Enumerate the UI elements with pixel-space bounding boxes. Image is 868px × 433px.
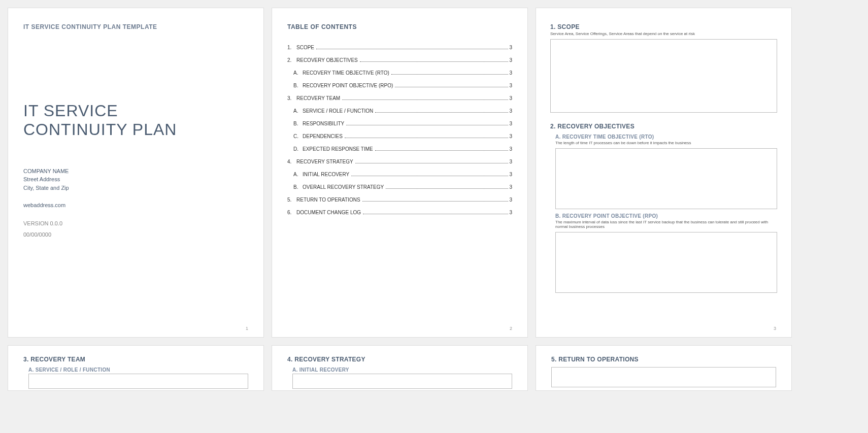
toc-label: RECOVERY TEAM	[296, 95, 341, 101]
toc-number: 6.	[287, 210, 296, 215]
toc-number: A.	[293, 108, 303, 114]
toc-dots	[360, 61, 509, 62]
company-name: COMPANY NAME	[23, 167, 248, 176]
service-role-function-subheading: A. SERVICE / ROLE / FUNCTION	[23, 367, 248, 373]
toc-label: INITIAL RECOVERY	[303, 172, 350, 177]
toc-label: RECOVERY OBJECTIVES	[296, 57, 359, 63]
toc-row: D.EXPECTED RESPONSE TIME3	[287, 146, 512, 152]
city-state-zip: City, State and Zip	[23, 184, 248, 192]
scope-input-box[interactable]	[550, 39, 777, 113]
toc-label: DOCUMENT CHANGE LOG	[296, 210, 362, 215]
toc-page: 3	[509, 197, 512, 203]
toc-number: 1.	[287, 45, 296, 50]
title-line-2: CONTINUITY PLAN	[23, 120, 177, 139]
toc-dots	[362, 201, 509, 202]
toc-row: 5.RETURN TO OPERATIONS3	[287, 197, 512, 203]
toc-page: 3	[509, 159, 512, 164]
toc-row: 3.RECOVERY TEAM3	[287, 95, 512, 101]
toc-dots	[342, 99, 508, 100]
toc-row: 1.SCOPE3	[287, 45, 512, 50]
page-number: 2	[510, 326, 512, 331]
toc-number: A.	[293, 70, 303, 76]
section-return-to-operations-heading: 5. RETURN TO OPERATIONS	[551, 356, 776, 363]
page-1-cover: IT SERVICE CONTINUITY PLAN TEMPLATE IT S…	[8, 8, 264, 338]
toc-number: B.	[293, 184, 303, 190]
toc-label: RETURN TO OPERATIONS	[296, 197, 361, 203]
toc-number: 2.	[287, 57, 296, 63]
toc-number: 4.	[287, 159, 296, 164]
toc-label: SCOPE	[296, 45, 315, 50]
page-5-recovery-strategy: 4. RECOVERY STRATEGY A. INITIAL RECOVERY	[272, 345, 528, 391]
toc-page: 3	[509, 57, 512, 63]
return-to-operations-input-box[interactable]	[551, 367, 776, 387]
toc-page: 3	[509, 210, 512, 215]
toc-dots	[316, 49, 508, 49]
toc-number: C.	[293, 134, 303, 139]
version: VERSION 0.0.0	[23, 220, 248, 226]
web-address: webaddress.com	[23, 202, 248, 208]
page-number: 1	[246, 326, 248, 331]
pages-container: IT SERVICE CONTINUITY PLAN TEMPLATE IT S…	[8, 8, 860, 391]
section-scope-heading: 1. SCOPE	[550, 23, 777, 30]
toc-row: 4.RECOVERY STRATEGY3	[287, 159, 512, 164]
toc-label: RECOVERY POINT OBJECTIVE (RPO)	[303, 83, 394, 88]
toc-label: OVERALL RECOVERY STRATEGY	[303, 184, 385, 190]
recovery-strategy-input-box[interactable]	[292, 374, 512, 389]
toc-label: SERVICE / ROLE / FUNCTION	[303, 108, 374, 114]
toc-page: 3	[509, 108, 512, 114]
toc-dots	[363, 214, 508, 214]
company-block: COMPANY NAME Street Address City, State …	[23, 167, 248, 192]
rpo-description: The maximum interval of data loss since …	[550, 220, 777, 229]
toc-number: D.	[293, 146, 303, 152]
toc-page: 3	[509, 134, 512, 139]
toc-page: 3	[509, 45, 512, 50]
rto-input-box[interactable]	[555, 148, 777, 209]
page-number: 3	[774, 326, 776, 331]
section-recovery-team-heading: 3. RECOVERY TEAM	[23, 356, 248, 363]
toc-number: B.	[293, 83, 303, 88]
toc-page: 3	[509, 70, 512, 76]
toc-row: 6.DOCUMENT CHANGE LOG3	[287, 210, 512, 215]
toc-label: RESPONSIBILITY	[303, 121, 345, 126]
section-recovery-strategy-heading: 4. RECOVERY STRATEGY	[287, 356, 512, 363]
page-2-toc: TABLE OF CONTENTS 1.SCOPE32.RECOVERY OBJ…	[272, 8, 528, 338]
toc-label: DEPENDENCIES	[303, 134, 344, 139]
toc-row: B.RECOVERY POINT OBJECTIVE (RPO)3	[287, 83, 512, 88]
section-recovery-objectives-heading: 2. RECOVERY OBJECTIVES	[550, 123, 777, 130]
toc-row: B.RESPONSIBILITY3	[287, 121, 512, 126]
toc-title: TABLE OF CONTENTS	[287, 23, 512, 30]
toc-dots	[346, 125, 508, 125]
page-6-return-to-operations: 5. RETURN TO OPERATIONS	[536, 345, 792, 391]
rpo-input-box[interactable]	[555, 232, 777, 293]
date: 00/00/0000	[23, 231, 248, 238]
toc-row: C.DEPENDENCIES3	[287, 134, 512, 139]
toc-dots	[351, 176, 508, 176]
toc-dots	[355, 163, 509, 163]
rto-subheading: A. RECOVERY TIME OBJECTIVE (RTO)	[550, 134, 777, 140]
toc-dots	[391, 74, 509, 75]
toc-list: 1.SCOPE32.RECOVERY OBJECTIVES3A.RECOVERY…	[287, 45, 512, 215]
toc-row: B.OVERALL RECOVERY STRATEGY3	[287, 184, 512, 190]
toc-row: A.RECOVERY TIME OBJECTIVE (RTO)3	[287, 70, 512, 76]
toc-page: 3	[509, 83, 512, 88]
toc-row: 2.RECOVERY OBJECTIVES3	[287, 57, 512, 63]
toc-dots	[345, 138, 509, 138]
page-4-recovery-team: 3. RECOVERY TEAM A. SERVICE / ROLE / FUN…	[8, 345, 264, 391]
initial-recovery-subheading: A. INITIAL RECOVERY	[287, 367, 512, 373]
rpo-subheading: B. RECOVERY POINT OBJECTIVE (RPO)	[550, 213, 777, 219]
toc-label: EXPECTED RESPONSE TIME	[303, 146, 374, 152]
toc-number: A.	[293, 172, 303, 177]
toc-dots	[375, 150, 509, 151]
title-line-1: IT SERVICE	[23, 102, 118, 120]
page-3-content: 1. SCOPE Service Area, Service Offerings…	[536, 8, 792, 338]
toc-label: RECOVERY TIME OBJECTIVE (RTO)	[303, 70, 390, 76]
toc-number: 5.	[287, 197, 296, 203]
toc-row: A.SERVICE / ROLE / FUNCTION3	[287, 108, 512, 114]
recovery-team-input-box[interactable]	[28, 374, 248, 389]
rto-description: The length of time IT processes can be d…	[550, 141, 777, 145]
toc-number: B.	[293, 121, 303, 126]
toc-row: A.INITIAL RECOVERY3	[287, 172, 512, 177]
toc-page: 3	[509, 172, 512, 177]
toc-label: RECOVERY STRATEGY	[296, 159, 354, 164]
toc-dots	[395, 87, 508, 87]
